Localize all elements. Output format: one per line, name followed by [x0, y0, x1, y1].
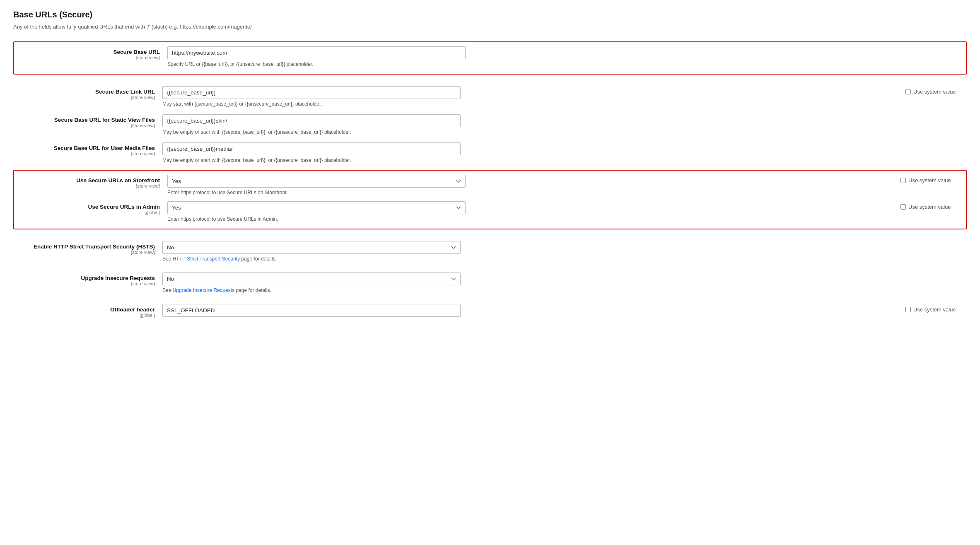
offloader-header-input[interactable]	[162, 304, 461, 317]
secure-base-url-static-label: Secure Base URL for Static View Files	[13, 117, 155, 123]
use-secure-admin-scope: [global]	[18, 210, 160, 215]
secure-base-url-static-hint: May be empty or start with {{secure_base…	[162, 129, 461, 135]
form-section: Secure Base URL [store view] Specify URL…	[13, 41, 967, 318]
hsts-link[interactable]: HTTP Strict Transport Security	[173, 256, 240, 262]
use-secure-storefront-label: Use Secure URLs on Storefront	[18, 177, 160, 183]
offloader-header-system-value-label[interactable]: Use system value	[913, 306, 956, 313]
upgrade-insecure-scope: [store view]	[13, 281, 155, 286]
enable-hsts-label: Enable HTTP Strict Transport Security (H…	[13, 244, 155, 250]
use-secure-admin-system-value-label[interactable]: Use system value	[908, 204, 951, 210]
use-secure-admin-label: Use Secure URLs in Admin	[18, 204, 160, 210]
upgrade-insecure-hint: See Upgrade Insecure Requests page for d…	[162, 287, 461, 293]
use-secure-admin-row: Use Secure URLs in Admin [global] Yes No…	[18, 201, 962, 222]
secure-base-link-url-system-value-label[interactable]: Use system value	[913, 89, 956, 95]
offloader-header-scope: [global]	[13, 313, 155, 318]
secure-base-url-input[interactable]	[167, 46, 466, 59]
enable-hsts-hint: See HTTP Strict Transport Security page …	[162, 256, 461, 262]
upgrade-insecure-link[interactable]: Upgrade Insecure Requests	[173, 287, 234, 293]
secure-base-url-media-input[interactable]	[162, 142, 461, 155]
secure-base-url-media-scope: [store view]	[13, 151, 155, 156]
offloader-header-system-value-checkbox[interactable]	[905, 307, 911, 312]
secure-base-url-media-block: Secure Base URL for User Media Files [st…	[13, 137, 967, 163]
secure-base-url-static-scope: [store view]	[13, 123, 155, 128]
page-subtitle: Any of the fields allow fully qualified …	[13, 24, 967, 30]
upgrade-insecure-label: Upgrade Insecure Requests	[13, 275, 155, 281]
use-secure-admin-select[interactable]: Yes No	[167, 201, 466, 214]
use-secure-admin-hint: Enter https protocol to use Secure URLs …	[167, 216, 466, 222]
secure-base-link-url-block: Secure Base Link URL [store view] May st…	[13, 81, 967, 107]
offloader-header-block: Offloader header [global] Use system val…	[13, 299, 967, 318]
upgrade-insecure-select[interactable]: No Yes	[162, 272, 461, 285]
secure-base-url-row: Secure Base URL [store view] Specify URL…	[18, 46, 962, 67]
secure-base-url-static-block: Secure Base URL for Static View Files [s…	[13, 109, 967, 135]
use-secure-storefront-scope: [store view]	[18, 183, 160, 188]
offloader-header-label: Offloader header	[13, 306, 155, 313]
use-secure-storefront-hint: Enter https protocol to use Secure URLs …	[167, 190, 466, 195]
upgrade-insecure-block: Upgrade Insecure Requests [store view] N…	[13, 268, 967, 293]
secure-base-url-scope: [store view]	[18, 55, 160, 60]
use-secure-admin-system-value-checkbox[interactable]	[900, 204, 906, 210]
use-secure-storefront-system-value-label[interactable]: Use system value	[908, 177, 951, 183]
secure-base-link-url-hint: May start with {{secure_base_url}} or {{…	[162, 101, 461, 107]
use-secure-storefront-select[interactable]: Yes No	[167, 175, 466, 188]
secure-base-url-media-label: Secure Base URL for User Media Files	[13, 145, 155, 151]
page-title: Base URLs (Secure)	[13, 10, 967, 19]
enable-hsts-scope: [store view]	[13, 250, 155, 255]
secure-base-link-url-scope: [store view]	[13, 95, 155, 100]
secure-base-url-hint: Specify URL or {{base_url}}, or {{unsecu…	[167, 61, 466, 67]
secure-base-url-media-hint: May be empty or start with {{secure_base…	[162, 157, 461, 163]
enable-hsts-select[interactable]: No Yes	[162, 241, 461, 254]
enable-hsts-block: Enable HTTP Strict Transport Security (H…	[13, 236, 967, 262]
secure-base-link-url-label: Secure Base Link URL	[13, 89, 155, 95]
use-secure-storefront-row: Use Secure URLs on Storefront [store vie…	[18, 175, 962, 195]
secure-base-link-url-input[interactable]	[162, 86, 461, 99]
use-secure-storefront-system-value-checkbox[interactable]	[900, 178, 906, 183]
secure-base-url-label: Secure Base URL	[18, 49, 160, 55]
secure-base-link-url-system-value-checkbox[interactable]	[905, 89, 911, 94]
secure-base-url-static-input[interactable]	[162, 114, 461, 127]
